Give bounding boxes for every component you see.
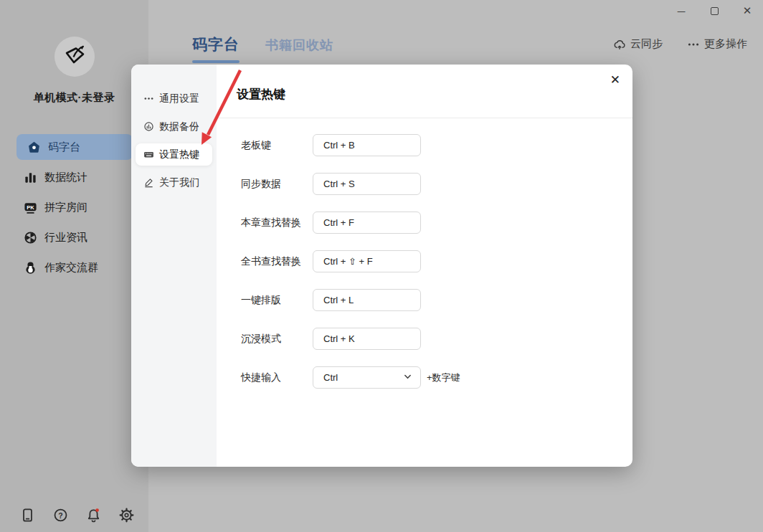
hotkey-row: 全书查找替换	[241, 250, 460, 272]
hotkey-input[interactable]	[313, 134, 421, 156]
sidebar-menu: 码字台 数据统计 PK 拼字房间 行业资讯 作家交流群	[16, 134, 133, 285]
modal-nav-label: 数据备份	[159, 120, 199, 133]
sidebar-item-4[interactable]: 作家交流群	[16, 255, 133, 280]
bell-icon	[86, 514, 101, 525]
hotkey-row: 沉浸模式	[241, 328, 460, 350]
hotkey-label: 快捷输入	[241, 371, 313, 384]
hotkey-label: 全书查找替换	[241, 255, 313, 268]
aperture-icon	[24, 231, 37, 244]
more-actions-button[interactable]: 更多操作	[687, 37, 747, 51]
sidebar-item-label: 行业资讯	[44, 231, 87, 244]
sidebar-item-label: 拼字房间	[44, 201, 87, 214]
sidebar-item-1[interactable]: 数据统计	[16, 164, 133, 190]
hotkey-settings-modal: 通用设置 数据备份 设置热键 关于我们 ✕ 设置热键 老板键 同步数据 本章查找…	[131, 65, 632, 467]
main-tabs: 码字台 书籍回收站	[192, 34, 333, 63]
hotkey-input[interactable]	[313, 173, 421, 195]
hotkey-input[interactable]	[313, 212, 421, 234]
modal-nav-label: 通用设置	[159, 92, 199, 105]
hotkey-input[interactable]	[313, 250, 421, 272]
divider	[217, 118, 632, 118]
tab-0[interactable]: 码字台	[192, 34, 240, 63]
tab-1[interactable]: 书籍回收站	[265, 37, 333, 54]
sidebar-item-3[interactable]: 行业资讯	[16, 224, 133, 250]
backup-icon	[143, 121, 154, 132]
sidebar: 单机模式·未登录 码字台 数据统计 PK 拼字房间 行业资讯 作家交流群 ?	[0, 0, 148, 532]
bar-chart-icon	[24, 171, 37, 184]
hotkey-label: 一键排版	[241, 294, 313, 307]
home-icon	[27, 141, 41, 154]
hotkey-row: 老板键	[241, 134, 460, 156]
pen-icon	[143, 177, 154, 188]
mobile-button[interactable]	[19, 508, 35, 523]
modal-nav-label: 设置热键	[159, 148, 199, 161]
hotkey-form: 老板键 同步数据 本章查找替换 全书查找替换 一键排版 沉浸模式 快捷输入 Ct…	[241, 134, 460, 405]
sidebar-footer: ?	[19, 508, 134, 523]
modal-nav-item-3[interactable]: 关于我们	[136, 171, 212, 194]
top-actions: 云同步 更多操作	[613, 37, 747, 51]
mobile-icon	[20, 514, 35, 525]
sidebar-item-label: 作家交流群	[44, 261, 98, 275]
modifier-select[interactable]: Ctrl	[313, 366, 421, 389]
app-logo-quill-icon	[62, 42, 87, 71]
pk-badge-icon: PK	[24, 201, 37, 214]
modal-title: 设置热键	[237, 86, 285, 103]
hotkey-label: 老板键	[241, 139, 313, 152]
hotkey-row: 本章查找替换	[241, 212, 460, 234]
modal-nav: 通用设置 数据备份 设置热键 关于我们	[131, 65, 217, 467]
sidebar-item-label: 数据统计	[44, 171, 87, 184]
modal-nav-item-2[interactable]: 设置热键	[136, 143, 212, 166]
modal-nav-item-1[interactable]: 数据备份	[136, 115, 212, 138]
modal-content: 设置热键 老板键 同步数据 本章查找替换 全书查找替换 一键排版 沉浸模式 快捷…	[217, 65, 632, 467]
hotkey-input[interactable]	[313, 328, 421, 350]
minimize-icon[interactable]: ─	[674, 4, 688, 18]
avatar[interactable]	[54, 37, 95, 77]
penguin-icon	[24, 261, 37, 275]
hotkey-row: 同步数据	[241, 173, 460, 195]
hotkey-label: 同步数据	[241, 178, 313, 191]
hotkey-label: 本章查找替换	[241, 217, 313, 229]
select-suffix-label: +数字键	[427, 371, 460, 384]
hotkey-input[interactable]	[313, 289, 421, 311]
app-window: 单机模式·未登录 码字台 数据统计 PK 拼字房间 行业资讯 作家交流群 ? ─…	[0, 0, 763, 532]
user-status-label: 单机模式·未登录	[0, 91, 148, 105]
cloud-sync-icon	[613, 38, 626, 51]
window-controls: ─ ✕	[674, 3, 754, 19]
hotkey-row: 快捷输入 Ctrl +数字键	[241, 366, 460, 389]
svg-text:?: ?	[58, 511, 62, 520]
cloud-sync-button[interactable]: 云同步	[613, 37, 663, 51]
help-button[interactable]: ?	[52, 508, 68, 523]
gear-icon	[119, 514, 134, 525]
more-dots-icon	[687, 38, 700, 51]
sidebar-item-0[interactable]: 码字台	[16, 134, 133, 160]
help-icon: ?	[53, 514, 68, 525]
gear-button[interactable]	[118, 508, 134, 523]
close-window-icon[interactable]: ✕	[740, 4, 754, 18]
svg-text:PK: PK	[27, 204, 34, 210]
modal-nav-item-0[interactable]: 通用设置	[136, 87, 212, 110]
hotkey-label: 沉浸模式	[241, 333, 313, 346]
keyboard-icon	[143, 149, 154, 160]
hotkey-row: 一键排版	[241, 289, 460, 311]
sidebar-item-label: 码字台	[48, 141, 80, 154]
chevron-down-icon	[404, 372, 412, 383]
bell-button[interactable]	[85, 508, 101, 523]
sidebar-item-2[interactable]: PK 拼字房间	[16, 194, 133, 220]
maximize-icon[interactable]	[707, 4, 721, 18]
modal-nav-label: 关于我们	[159, 176, 199, 189]
dots-icon	[143, 93, 154, 104]
